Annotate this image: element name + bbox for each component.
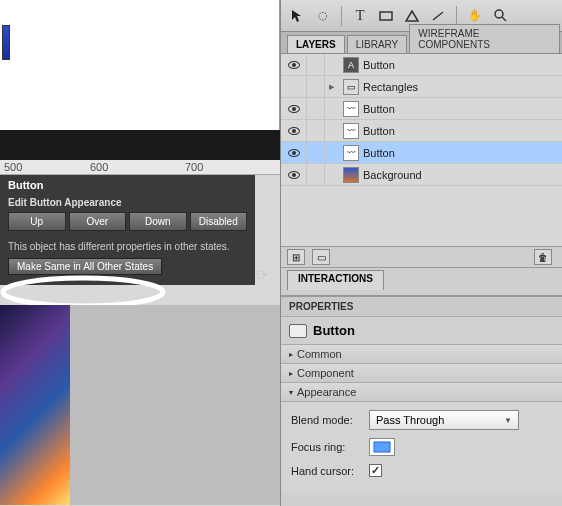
delete-layer-button[interactable]: 🗑 — [534, 249, 552, 265]
component-title: Button — [281, 317, 562, 344]
svg-point-3 — [495, 10, 503, 18]
hand-cursor-label: Hand cursor: — [291, 465, 361, 477]
text-tool-icon[interactable]: T — [352, 8, 368, 24]
state-disabled-button[interactable]: Disabled — [190, 212, 248, 231]
layer-row[interactable]: Background — [281, 164, 562, 186]
canvas-area[interactable] — [70, 305, 280, 505]
section-common[interactable]: ▸Common — [281, 345, 562, 364]
eye-icon[interactable] — [288, 171, 300, 179]
hand-cursor-checkbox[interactable]: ✓ — [369, 464, 382, 477]
eye-icon[interactable] — [288, 105, 300, 113]
canvas-top — [0, 0, 280, 130]
swirl-layer-icon: 〰 — [343, 145, 359, 161]
properties-header: PROPERTIES — [281, 297, 562, 317]
eye-icon[interactable] — [288, 149, 300, 157]
zoom-tool-icon[interactable] — [493, 8, 509, 24]
subselect-tool-icon[interactable]: ◌ — [315, 8, 331, 24]
layers-list: A Button ▸ ▭ Rectangles 〰 Button 〰 Butto… — [281, 54, 562, 246]
state-over-button[interactable]: Over — [69, 212, 127, 231]
layers-toolbar: ⊞ ▭ 🗑 — [281, 246, 562, 268]
image-layer-icon — [343, 167, 359, 183]
button-layer-icon: A — [343, 57, 359, 73]
make-same-button[interactable]: Make Same in All Other States — [8, 258, 162, 275]
button-edit-panel: Button Edit Button Appearance Up Over Do… — [0, 175, 255, 285]
state-down-button[interactable]: Down — [129, 212, 187, 231]
layer-row[interactable]: A Button — [281, 54, 562, 76]
blend-mode-label: Blend mode: — [291, 414, 361, 426]
new-layer-button[interactable]: ⊞ — [287, 249, 305, 265]
panel-title: Button — [8, 179, 247, 191]
panel-subtitle: Edit Button Appearance — [8, 197, 247, 208]
section-appearance[interactable]: ▾Appearance — [281, 383, 562, 402]
swirl-layer-icon: 〰 — [343, 123, 359, 139]
tab-wireframe[interactable]: WIREFRAME COMPONENTS — [409, 24, 560, 53]
hand-tool-icon[interactable]: ✋ — [467, 8, 483, 24]
tab-interactions[interactable]: INTERACTIONS — [287, 270, 384, 290]
tab-library[interactable]: LIBRARY — [347, 35, 408, 53]
layer-row[interactable]: 〰 Button — [281, 98, 562, 120]
expand-icon[interactable]: ▸ — [325, 80, 339, 93]
layer-row[interactable]: 〰 Button — [281, 142, 562, 164]
component-icon — [289, 324, 307, 338]
background-image — [0, 305, 70, 505]
focus-ring-swatch[interactable] — [369, 438, 395, 456]
rectangle-tool-icon[interactable] — [378, 8, 394, 24]
swirl-layer-icon: 〰 — [343, 101, 359, 117]
canvas-header: ⟳ — [0, 130, 280, 160]
sync-icon[interactable]: ⟳ — [256, 267, 268, 283]
selection-tool-icon[interactable] — [289, 8, 305, 24]
section-component[interactable]: ▸Component — [281, 364, 562, 383]
svg-line-2 — [433, 12, 443, 20]
triangle-tool-icon[interactable] — [404, 8, 420, 24]
focus-ring-label: Focus ring: — [291, 441, 361, 453]
line-tool-icon[interactable] — [430, 8, 446, 24]
blend-mode-dropdown[interactable]: Pass Through▼ — [369, 410, 519, 430]
folder-icon: ▭ — [343, 79, 359, 95]
new-folder-button[interactable]: ▭ — [312, 249, 330, 265]
eye-icon[interactable] — [288, 61, 300, 69]
layer-row[interactable]: ▸ ▭ Rectangles — [281, 76, 562, 98]
state-up-button[interactable]: Up — [8, 212, 66, 231]
tab-layers[interactable]: LAYERS — [287, 35, 345, 53]
svg-rect-1 — [380, 12, 392, 20]
panel-tabs: LAYERS LIBRARY WIREFRAME COMPONENTS — [281, 32, 562, 54]
selection-handle[interactable] — [2, 25, 10, 60]
states-note: This object has different properties in … — [8, 241, 247, 252]
eye-icon[interactable] — [288, 127, 300, 135]
svg-rect-5 — [374, 442, 390, 452]
svg-line-4 — [502, 17, 506, 21]
ruler: 500 600 700 — [0, 160, 280, 175]
layer-row[interactable]: 〰 Button — [281, 120, 562, 142]
